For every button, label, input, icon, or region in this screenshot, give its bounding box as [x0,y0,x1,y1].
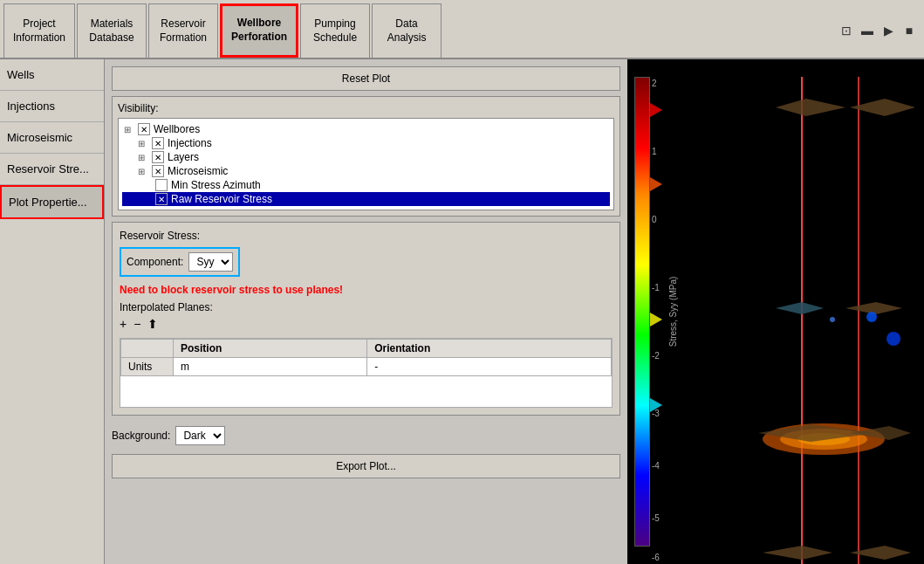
reservoir-stress-panel: Reservoir Stress: Component: Syy Sxx Szz… [112,222,620,416]
units-orientation-value: - [367,358,612,376]
upload-plane-button[interactable]: ⬆ [147,317,158,331]
units-position-value: m [174,358,367,376]
units-row-label: Units [121,358,174,376]
expand-icon: ⊞ [124,125,134,134]
tab-materials-db[interactable]: Materials Database [77,3,147,58]
reset-plot-button[interactable]: Reset Plot [112,66,620,91]
triangle-marker-1 [650,103,662,117]
vis-label-min-stress: Min Stress Azimuth [171,179,261,191]
tab-reservoir-formation[interactable]: Reservoir Formation [148,3,218,58]
dot-2 [886,332,900,346]
visibility-panel: Visibility: ⊞ ✕ Wellbores ⊞ ✕ Injections… [112,96,620,217]
vis-item-layers[interactable]: ⊞ ✕ Layers [122,150,610,164]
checkbox-min-stress[interactable] [155,179,168,191]
visibility-title: Visibility: [118,102,614,114]
sidebar-item-injections[interactable]: Injections [0,91,104,122]
interpolated-planes-label: Interpolated Planes: [120,301,613,313]
dot-3 [830,317,835,322]
triangle-marker-3 [650,313,662,327]
expand-icon: ⊞ [138,153,148,162]
col-header-position: Position [174,340,367,358]
component-label: Component: [127,256,183,268]
triangle-marker-4 [650,398,662,412]
y-tick-n2: -2 [652,351,660,361]
add-plane-button[interactable]: + [120,317,127,331]
color-scale-bar [634,77,650,547]
diamond-7 [763,546,832,560]
expand-icon: ⊞ [138,139,148,148]
expand-icon: ⊞ [138,167,148,176]
toolbar-icon-2[interactable]: ▬ [859,23,875,38]
background-label: Background: [112,430,170,442]
viz-svg [688,59,924,564]
dot-1 [866,312,877,322]
vis-item-microseismic[interactable]: ⊞ ✕ Microseismic [122,164,610,178]
tab-project-info[interactable]: Project Information [3,3,75,58]
main-body: Wells Injections Microseismic Reservoir … [0,59,924,564]
planes-table: Position Orientation Units m - [120,339,612,376]
y-tick-1: 1 [652,147,657,156]
toolbar-icon-1[interactable]: ⊡ [838,23,854,38]
vis-item-min-stress-azimuth[interactable]: Min Stress Azimuth [122,178,610,192]
tab-pumping-schedule[interactable]: Pumping Schedule [300,3,370,58]
vis-label-microseismic: Microseismic [168,165,228,177]
sidebar-item-reservoir-stress[interactable]: Reservoir Stre... [0,154,104,185]
sidebar-item-microseismic[interactable]: Microseismic [0,122,104,154]
y-tick-n5: -5 [652,513,660,523]
checkbox-raw-reservoir[interactable]: ✕ [155,193,168,205]
checkbox-layers[interactable]: ✕ [152,151,164,163]
y-tick-n1: -1 [652,283,660,292]
background-row: Background: Dark Light [112,426,620,445]
sidebar-item-wells[interactable]: Wells [0,59,104,91]
visualization-panel: 2 1 0 -1 -2 -3 -4 -5 -6 -7 Stress, Syy (… [627,59,924,564]
vis-item-wellbores[interactable]: ⊞ ✕ Wellbores [122,122,610,136]
triangle-marker-2 [650,177,662,191]
toolbar-icon-3[interactable]: ▶ [880,23,896,38]
tab-wellbore-perforation[interactable]: Wellbore Perforation [220,3,298,58]
checkbox-injections[interactable]: ✕ [152,137,164,149]
diamond-3 [776,302,824,314]
sidebar-item-plot-properties[interactable]: Plot Propertie... [0,185,104,219]
interp-buttons: + − ⬆ [120,317,613,331]
vis-label-layers: Layers [168,151,199,163]
toolbar-icons: ⊡ ▬ ▶ ■ [838,3,924,58]
export-plot-button[interactable]: Export Plot... [112,454,620,478]
vis-label-raw-reservoir: Raw Reservoir Stress [171,193,272,205]
warning-text: Need to block reservoir stress to use pl… [120,284,613,296]
reservoir-stress-title: Reservoir Stress: [120,230,613,242]
content-panel: Reset Plot Visibility: ⊞ ✕ Wellbores ⊞ ✕… [105,59,627,564]
visibility-list: ⊞ ✕ Wellbores ⊞ ✕ Injections ⊞ ✕ Layers [118,118,614,210]
diamond-2 [850,99,915,116]
checkbox-wellbores[interactable]: ✕ [138,123,150,135]
table-row: Units m - [121,358,612,376]
diamond-1 [776,99,845,116]
vis-label-injections: Injections [168,137,212,149]
checkbox-microseismic[interactable]: ✕ [152,165,164,177]
vis-item-raw-reservoir-stress[interactable]: ✕ Raw Reservoir Stress [122,192,610,206]
background-select[interactable]: Dark Light [175,426,225,445]
y-tick-0: 0 [652,215,657,224]
y-tick-n6: -6 [652,553,660,562]
component-select[interactable]: Syy Sxx Szz Sxy Sxz Syz [188,252,233,272]
vis-item-injections[interactable]: ⊞ ✕ Injections [122,136,610,150]
y-axis-label: Stress, Syy (MPa) [668,277,678,347]
col-header-orientation: Orientation [367,340,612,358]
sidebar: Wells Injections Microseismic Reservoir … [0,59,105,564]
planes-table-wrapper: Position Orientation Units m - [120,338,613,408]
remove-plane-button[interactable]: − [133,317,140,331]
vis-label-wellbores: Wellbores [154,123,200,135]
y-tick-2: 2 [652,79,657,88]
y-tick-n4: -4 [652,461,660,471]
tab-bar: Project Information Materials Database R… [0,0,924,59]
tab-data-analysis[interactable]: Data Analysis [372,3,441,58]
toolbar-icon-4[interactable]: ■ [901,23,917,38]
